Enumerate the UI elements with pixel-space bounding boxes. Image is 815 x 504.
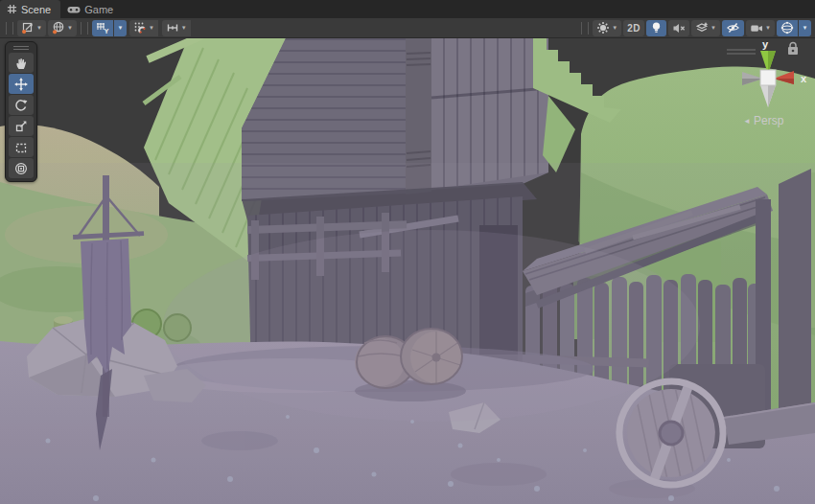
audio-toggle-button[interactable] xyxy=(668,20,689,36)
light-bulb-icon xyxy=(650,21,663,34)
unity-scene-view-window: { "tabs": [ {"label": "Scene", "active":… xyxy=(0,0,815,504)
scene-viewport[interactable]: y x ◄ Persp xyxy=(0,38,815,504)
2d-mode-button[interactable]: 2D xyxy=(623,20,644,36)
chevron-down-icon: ▼ xyxy=(765,25,771,31)
scene-grid-icon xyxy=(7,4,17,14)
gizmo-sphere-icon xyxy=(780,21,794,34)
overlay-drag-handle[interactable] xyxy=(6,22,13,34)
handle-position-pivot-button[interactable]: ▼ xyxy=(17,20,46,36)
2d-mode-label: 2D xyxy=(627,23,640,34)
chevron-down-icon: ▼ xyxy=(612,25,617,31)
scale-icon xyxy=(14,120,28,133)
eye-slash-icon xyxy=(726,21,740,34)
scene-visibility-button[interactable] xyxy=(722,20,744,36)
move-tool[interactable] xyxy=(9,74,34,94)
camera-icon xyxy=(750,22,763,34)
tab-scene[interactable]: Scene xyxy=(0,0,60,18)
gizmo-front-axis-cone[interactable] xyxy=(760,85,776,107)
grid-visibility-dropdown[interactable]: ▼ xyxy=(114,20,127,36)
tools-overlay xyxy=(5,41,37,182)
gamepad-icon xyxy=(67,5,81,14)
view-hand-tool[interactable] xyxy=(9,53,34,73)
tab-bar: Scene Game xyxy=(0,0,815,18)
rect-icon xyxy=(14,141,28,154)
gizmos-button[interactable] xyxy=(777,20,798,36)
camera-settings-button[interactable]: ▼ xyxy=(746,20,775,36)
scene-lighting-button[interactable] xyxy=(646,20,666,36)
snap-increment-icon xyxy=(166,21,179,34)
transform-tool[interactable] xyxy=(9,158,34,178)
transform-icon xyxy=(14,162,28,175)
back-arrow-icon: ◄ xyxy=(743,117,751,126)
gizmo-center-cube[interactable] xyxy=(760,70,776,85)
audio-muted-icon xyxy=(672,22,686,34)
draw-mode-button[interactable]: ▼ xyxy=(593,20,621,36)
effects-layers-icon xyxy=(695,21,709,34)
gizmo-x-axis-cone[interactable] xyxy=(774,71,794,84)
snap-to-grid-button[interactable]: ▼ xyxy=(129,20,158,36)
gizmos-dropdown[interactable]: ▼ xyxy=(799,20,811,36)
projection-label: Persp xyxy=(754,114,784,127)
overlay-drag-handle[interactable] xyxy=(581,22,589,34)
pivot-icon xyxy=(21,21,35,34)
grid-visibility-button[interactable]: Y xyxy=(92,20,113,36)
rotate-icon xyxy=(14,99,28,112)
scale-tool[interactable] xyxy=(9,116,34,136)
gizmo-y-label: y xyxy=(762,38,769,50)
move-arrows-icon xyxy=(14,78,28,91)
chevron-down-icon: ▼ xyxy=(710,25,716,31)
chevron-down-icon: ▼ xyxy=(181,25,187,31)
handle-rotation-global-button[interactable]: ▼ xyxy=(48,20,77,36)
shaded-sun-icon xyxy=(596,21,610,34)
chevron-down-icon: ▼ xyxy=(36,25,42,31)
rotate-tool[interactable] xyxy=(9,95,34,115)
orientation-gizmo-overlay: y x ◄ Persp xyxy=(717,38,815,134)
gizmo-overlay-handle[interactable] xyxy=(727,50,756,54)
lock-icon[interactable] xyxy=(788,43,798,56)
hand-icon xyxy=(14,57,28,70)
gizmo-x-label: x xyxy=(801,73,807,84)
tab-game-label: Game xyxy=(84,4,113,15)
projection-toggle[interactable]: ◄ Persp xyxy=(743,114,784,127)
chevron-down-icon: ▼ xyxy=(149,25,154,31)
scene-render xyxy=(0,38,815,504)
globe-icon xyxy=(52,21,65,34)
grid-axis-y-icon: Y xyxy=(96,21,109,34)
rect-tool[interactable] xyxy=(9,137,34,157)
effects-button[interactable]: ▼ xyxy=(691,20,720,36)
chevron-down-icon: ▼ xyxy=(67,25,73,31)
tab-game[interactable]: Game xyxy=(60,0,123,18)
snap-increment-button[interactable]: ▼ xyxy=(162,20,191,36)
scene-toolbar: ▼ ▼ Y ▼ ▼ ▼ ▼ xyxy=(0,18,815,38)
svg-text:Y: Y xyxy=(104,27,108,34)
tools-overlay-handle[interactable] xyxy=(7,43,35,52)
overlay-drag-handle[interactable] xyxy=(81,22,88,34)
tab-scene-label: Scene xyxy=(21,4,51,15)
grid-snap-magnet-icon xyxy=(133,21,147,34)
